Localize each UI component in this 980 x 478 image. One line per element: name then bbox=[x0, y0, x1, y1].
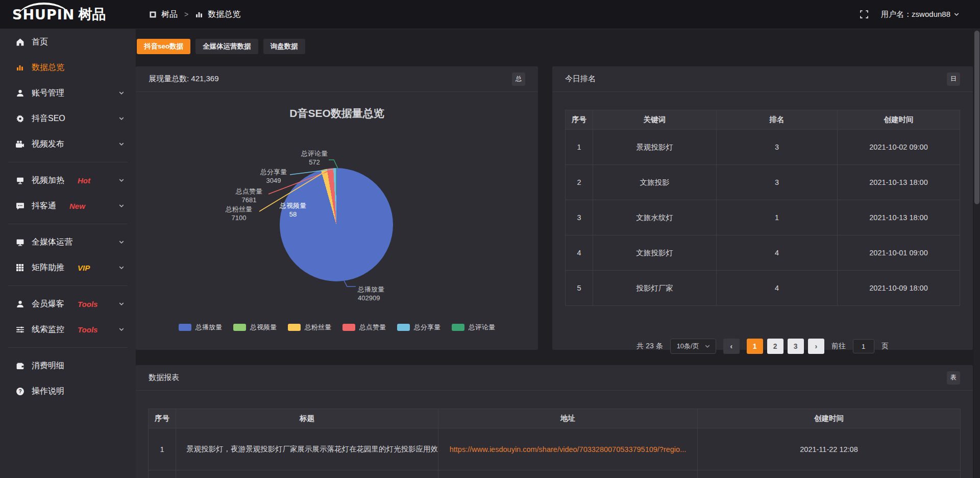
report-panel-header: 数据报表 表 bbox=[136, 365, 973, 391]
table-row[interactable]: 1 景观投影灯，夜游景观投影灯厂家展示展示落花灯在花园里的灯光投影应用效果 # … bbox=[149, 428, 961, 470]
cell-keyword: 投影灯厂家 bbox=[593, 271, 717, 306]
sidebar-item-omnimedia[interactable]: 全媒体运营 bbox=[0, 229, 136, 255]
pie-label-plays: 总播放量 402909 bbox=[358, 285, 414, 302]
breadcrumb-current: 数据总览 bbox=[208, 9, 240, 20]
legend-swatch bbox=[452, 324, 464, 331]
page-scrollbar[interactable] bbox=[974, 0, 980, 478]
pie-label-name: 总播放量 bbox=[358, 285, 414, 294]
sliders-icon bbox=[15, 325, 24, 334]
user-menu[interactable]: 用户名：zswodun88 bbox=[881, 10, 960, 19]
vip-badge: VIP bbox=[78, 264, 90, 272]
monitor-icon bbox=[15, 237, 24, 247]
table-row[interactable]: 1 景观投影灯 3 2021-10-02 09:00 bbox=[566, 130, 960, 165]
pie-label-name: 总视频量 bbox=[267, 201, 318, 210]
rank-table: 序号 关键词 排名 创建时间 1 景观投影灯 3 2021-10-02 09:0… bbox=[565, 110, 960, 306]
sidebar-item-douyin-seo[interactable]: 抖音SEO bbox=[0, 106, 136, 131]
legend-item-shares[interactable]: 总分享量 bbox=[397, 323, 440, 332]
tab-inquiry-data[interactable]: 询盘数据 bbox=[263, 39, 305, 54]
sidebar-item-data-overview[interactable]: 数据总览 bbox=[0, 55, 136, 80]
legend-item-fans[interactable]: 总粉丝量 bbox=[288, 323, 331, 332]
sidebar-divider bbox=[8, 347, 128, 348]
sidebar-item-douketong[interactable]: 抖客通 New bbox=[0, 193, 136, 219]
cell-title: 景观投影灯，夜游景观投影灯厂家展示展示落花灯在花园里的灯光投影应用效果 # bbox=[176, 428, 438, 470]
table-row[interactable]: 3 文旅水纹灯 1 2021-10-13 18:00 bbox=[566, 200, 960, 235]
cell-index: 5 bbox=[566, 271, 593, 306]
chevron-down-icon bbox=[118, 203, 125, 209]
cell-index: 3 bbox=[566, 200, 593, 235]
sidebar-item-lead-monitor[interactable]: 线索监控 Tools bbox=[0, 317, 136, 342]
legend-label: 总视频量 bbox=[250, 323, 277, 332]
total-view-button[interactable]: 总 bbox=[512, 73, 525, 86]
tab-douyin-seo-data[interactable]: 抖音seo数据 bbox=[137, 39, 190, 54]
legend-item-videos[interactable]: 总视频量 bbox=[233, 323, 277, 332]
chart-legend: 总播放量 总视频量 总粉丝量 总点赞量 总分享量 总评论量 bbox=[136, 323, 538, 332]
chart-panel: 展现量总数: 421,369 总 D音SEO数据量总览 总评论量 572 总分享… bbox=[136, 66, 538, 350]
table-header-row: 序号 关键词 排名 创建时间 bbox=[566, 110, 960, 130]
legend-swatch bbox=[179, 324, 191, 331]
table-row[interactable]: 5 投影灯厂家 4 2021-10-09 18:00 bbox=[566, 271, 960, 306]
sidebar-item-home[interactable]: 首页 bbox=[0, 29, 136, 55]
video-camera-icon bbox=[15, 139, 24, 149]
cell-index: 4 bbox=[566, 235, 593, 271]
sidebar-item-consumption[interactable]: 消费明细 bbox=[0, 353, 136, 378]
data-tabs: 抖音seo数据 全媒体运营数据 询盘数据 bbox=[137, 39, 305, 54]
chevron-down-icon bbox=[118, 265, 125, 271]
pie-label-likes: 总点赞量 7681 bbox=[224, 187, 275, 204]
pie-label-value: 7681 bbox=[224, 196, 275, 204]
page-size-select[interactable]: 10条/页 bbox=[670, 339, 716, 354]
pie-label-name: 总点赞量 bbox=[224, 187, 275, 196]
sidebar-item-video-publish[interactable]: 视频发布 bbox=[0, 131, 136, 157]
chevron-down-icon bbox=[118, 239, 125, 245]
legend-swatch bbox=[342, 324, 355, 331]
sidebar-item-label: 视频发布 bbox=[32, 139, 64, 150]
chart-panel-header: 展现量总数: 421,369 总 bbox=[136, 66, 538, 92]
prev-page-button[interactable]: ‹ bbox=[723, 339, 740, 354]
cell-keyword: 文旅水纹灯 bbox=[593, 200, 717, 235]
bar-chart-icon bbox=[15, 63, 24, 72]
legend-item-comments[interactable]: 总评论量 bbox=[452, 323, 495, 332]
page-button-2[interactable]: 2 bbox=[767, 339, 783, 354]
day-view-button[interactable]: 日 bbox=[947, 73, 960, 86]
sidebar-item-video-heat[interactable]: 视频加热 Hot bbox=[0, 168, 136, 193]
pagination: 共 23 条 10条/页 ‹ 1 2 3 › 前往 页 bbox=[552, 339, 973, 354]
chevron-down-icon bbox=[118, 90, 125, 96]
sidebar-item-account[interactable]: 账号管理 bbox=[0, 80, 136, 106]
scrollbar-thumb[interactable] bbox=[974, 31, 979, 204]
page-buttons: 1 2 3 › bbox=[747, 339, 824, 354]
pie-leader-lines bbox=[136, 92, 538, 350]
goto-label: 前往 bbox=[831, 342, 846, 351]
breadcrumb-root[interactable]: 树品 bbox=[161, 9, 178, 20]
logo-arc bbox=[17, 3, 70, 18]
tab-omnimedia-data[interactable]: 全媒体运营数据 bbox=[195, 39, 258, 54]
video-link[interactable]: https://www.iesdouyin.com/share/video/70… bbox=[450, 445, 687, 453]
cast-screen-icon bbox=[15, 176, 24, 185]
chevron-down-icon bbox=[118, 326, 125, 332]
page-button-3[interactable]: 3 bbox=[788, 339, 804, 354]
table-header-row: 序号 标题 地址 创建时间 bbox=[149, 409, 961, 428]
impressions-total-label: 展现量总数: 421,369 bbox=[149, 74, 219, 84]
cell-keyword: 景观投影灯 bbox=[593, 130, 717, 165]
table-row[interactable]: 2 文旅投影 3 2021-10-13 18:00 bbox=[566, 165, 960, 200]
topbar-right: 用户名：zswodun88 bbox=[860, 10, 980, 19]
table-row[interactable]: 4 文旅投影灯 4 2021-10-01 09:00 bbox=[566, 235, 960, 271]
legend-item-likes[interactable]: 总点赞量 bbox=[342, 323, 386, 332]
legend-label: 总点赞量 bbox=[359, 323, 386, 332]
legend-item-plays[interactable]: 总播放量 bbox=[179, 323, 222, 332]
sidebar-item-instructions[interactable]: ? 操作说明 bbox=[0, 378, 136, 404]
sidebar-item-member-burst[interactable]: 会员爆客 Tools bbox=[0, 291, 136, 317]
next-page-button[interactable]: › bbox=[808, 339, 824, 354]
goto-suffix: 页 bbox=[881, 342, 889, 351]
pie-label-fans: 总粉丝量 7100 bbox=[213, 205, 264, 222]
data-report-panel: 数据报表 表 序号 标题 地址 创建时间 1 景观投影灯，夜游景观投影灯 bbox=[136, 365, 973, 478]
sidebar-item-label: 视频加热 bbox=[32, 175, 64, 186]
tools-badge: Tools bbox=[78, 325, 97, 334]
fullscreen-icon[interactable] bbox=[860, 10, 869, 19]
sidebar-item-matrix-boost[interactable]: 矩阵助推 VIP bbox=[0, 255, 136, 280]
table-view-button[interactable]: 表 bbox=[947, 371, 960, 385]
page-button-1[interactable]: 1 bbox=[747, 339, 763, 354]
column-header: 标题 bbox=[176, 409, 438, 428]
pie-label-value: 572 bbox=[289, 158, 340, 166]
legend-label: 总分享量 bbox=[414, 323, 440, 332]
goto-page-input[interactable] bbox=[853, 339, 874, 353]
pie-label-value: 402909 bbox=[358, 294, 414, 302]
